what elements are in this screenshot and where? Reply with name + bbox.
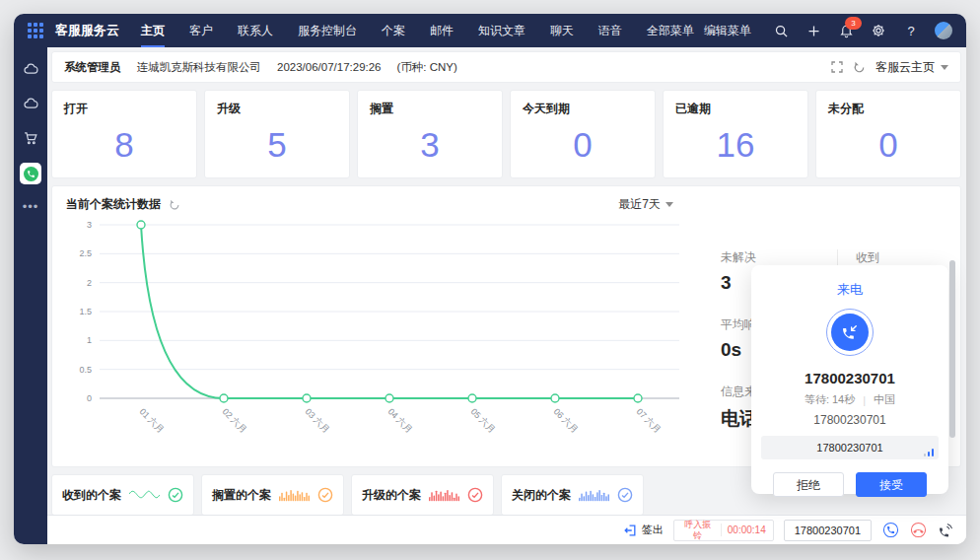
separator: |: [863, 394, 866, 406]
nav-item-voice[interactable]: 语音: [598, 14, 622, 47]
settings-gear-icon[interactable]: [870, 22, 887, 39]
bottom-status-bar: 签出 呼入振铃 00:00:14 17800230701: [47, 515, 966, 544]
stat-value: 0: [523, 125, 643, 165]
stat-cards: 打开8 升级5 搁置3 今天到期0 已逾期16 未分配0: [51, 90, 961, 178]
stat-value: 0: [828, 125, 948, 165]
app-title: 客服服务云: [55, 22, 119, 39]
stat-card-due-today[interactable]: 今天到期0: [510, 90, 656, 178]
hang-up-icon[interactable]: [909, 522, 927, 539]
nav-item-customers[interactable]: 客户: [189, 14, 213, 47]
case-stats-chart: 00.511.522.5301 六月02 六月03 六月04 六月05 六月06…: [66, 213, 689, 448]
stat-value: 8: [64, 125, 184, 165]
page-selector[interactable]: 客服云主页: [875, 59, 948, 76]
top-navbar: 客服服务云 主页 客户 联系人 服务控制台 个案 邮件 知识文章 聊天 语音 全…: [14, 14, 966, 47]
cloud-icon[interactable]: [21, 94, 40, 113]
search-icon[interactable]: [772, 22, 790, 39]
refresh-icon[interactable]: [853, 61, 866, 74]
add-icon[interactable]: [805, 22, 822, 39]
mini-cards: 收到的个案 搁置的个案 升级的个案 关闭的个案: [51, 474, 658, 516]
chart-title: 当前个案统计数据: [66, 196, 161, 213]
bell-icon[interactable]: 3: [837, 22, 855, 39]
notification-badge: 3: [845, 17, 862, 30]
nav-item-contacts[interactable]: 联系人: [238, 14, 273, 47]
stat-label: 未分配: [828, 101, 948, 117]
svg-text:0: 0: [87, 393, 92, 403]
page-selector-label: 客服云主页: [875, 59, 935, 76]
caller-number: 17800230701: [751, 370, 948, 386]
chevron-down-icon: [941, 65, 948, 70]
range-selector[interactable]: 最近7天: [618, 196, 673, 213]
currency: (币种: CNY): [397, 60, 457, 75]
svg-text:01 六月: 01 六月: [138, 406, 167, 435]
stat-card-overdue[interactable]: 已逾期16: [663, 90, 808, 178]
active-number-box[interactable]: 17800230701: [784, 520, 872, 541]
call-state-label: 呼入振铃: [681, 520, 715, 540]
company-name: 连城凯克斯科技有限公司: [137, 60, 262, 75]
caller-sub-number: 17800230701: [751, 413, 948, 427]
mini-card-label: 关闭的个案: [512, 487, 571, 504]
incoming-call-icon: [826, 309, 874, 356]
user-avatar[interactable]: [935, 22, 952, 39]
stat-label: 打开: [64, 101, 184, 117]
divider: [721, 524, 722, 536]
nav-item-email[interactable]: 邮件: [430, 14, 454, 47]
reject-call-button[interactable]: 拒绝: [773, 472, 844, 497]
stat-label: 搁置: [370, 101, 490, 117]
range-selector-label: 最近7天: [618, 196, 661, 213]
nav-item-chat[interactable]: 聊天: [550, 14, 574, 47]
vertical-scrollbar[interactable]: [949, 260, 955, 438]
accept-call-button[interactable]: 接受: [856, 472, 927, 497]
mini-card-closed[interactable]: 关闭的个案: [501, 474, 644, 516]
stat-card-onhold[interactable]: 搁置3: [357, 90, 503, 178]
call-timer: 00:00:14: [728, 525, 766, 535]
main-nav: 主页 客户 联系人 服务控制台 个案 邮件 知识文章 聊天 语音 全部菜单: [141, 14, 694, 47]
svg-text:0.5: 0.5: [79, 365, 92, 375]
edit-menu-button[interactable]: 编辑菜单: [704, 23, 751, 39]
mini-card-label: 升级的个案: [362, 487, 421, 504]
cart-icon[interactable]: [21, 128, 40, 148]
line-number: 17800230701: [816, 442, 882, 454]
call-transfer-icon[interactable]: [937, 522, 954, 539]
sparkline: [129, 485, 160, 505]
mini-card-received[interactable]: 收到的个案: [51, 474, 194, 516]
chart-refresh-icon[interactable]: [169, 199, 180, 211]
svg-text:3: 3: [87, 220, 92, 230]
nav-item-all-menus[interactable]: 全部菜单: [647, 14, 694, 47]
help-icon[interactable]: ?: [902, 22, 920, 39]
nav-item-service-console[interactable]: 服务控制台: [298, 14, 357, 47]
more-apps-icon[interactable]: •••: [23, 199, 39, 214]
nav-item-home[interactable]: 主页: [141, 14, 165, 47]
mini-card-label: 搁置的个案: [212, 487, 271, 504]
check-circle-icon: [617, 487, 633, 503]
sign-out-button[interactable]: 签出: [623, 523, 664, 537]
sparkline: [429, 485, 459, 505]
stat-card-open[interactable]: 打开8: [51, 90, 197, 178]
svg-text:04 六月: 04 六月: [386, 406, 415, 435]
sparkline: [279, 485, 310, 505]
mini-card-escalated[interactable]: 升级的个案: [351, 474, 494, 516]
phone-call-icon[interactable]: [881, 522, 899, 539]
stat-label: 今天到期: [523, 101, 643, 117]
app-window: 客服服务云 主页 客户 联系人 服务控制台 个案 邮件 知识文章 聊天 语音 全…: [14, 14, 966, 544]
user-role: 系统管理员: [64, 60, 121, 75]
context-toolbar: 系统管理员 连城凯克斯科技有限公司 2023/06/07/17:29:26 (币…: [51, 51, 961, 83]
stat-label: 已逾期: [675, 101, 796, 117]
svg-text:07 六月: 07 六月: [635, 406, 664, 435]
nav-item-knowledge[interactable]: 知识文章: [478, 14, 525, 47]
svg-text:1.5: 1.5: [79, 307, 92, 316]
cloud-icon[interactable]: [21, 59, 40, 79]
datetime: 2023/06/07/17:29:26: [277, 61, 382, 73]
incoming-call-popup: 来电 17800230701 等待: 14秒 | 中国 17800230701 …: [751, 265, 948, 494]
stat-card-unassigned[interactable]: 未分配0: [815, 90, 961, 178]
phone-app-icon[interactable]: [20, 163, 41, 184]
caller-region: 中国: [874, 392, 895, 407]
sign-out-label: 签出: [642, 523, 664, 537]
fullscreen-icon[interactable]: [831, 61, 843, 73]
nav-item-cases[interactable]: 个案: [382, 14, 405, 47]
mini-card-onhold[interactable]: 搁置的个案: [201, 474, 344, 516]
svg-text:2.5: 2.5: [79, 248, 92, 258]
stat-card-escalated[interactable]: 升级5: [204, 90, 350, 178]
svg-text:06 六月: 06 六月: [552, 406, 581, 435]
call-state-box: 呼入振铃 00:00:14: [673, 520, 774, 541]
app-launcher-icon[interactable]: [28, 23, 43, 38]
